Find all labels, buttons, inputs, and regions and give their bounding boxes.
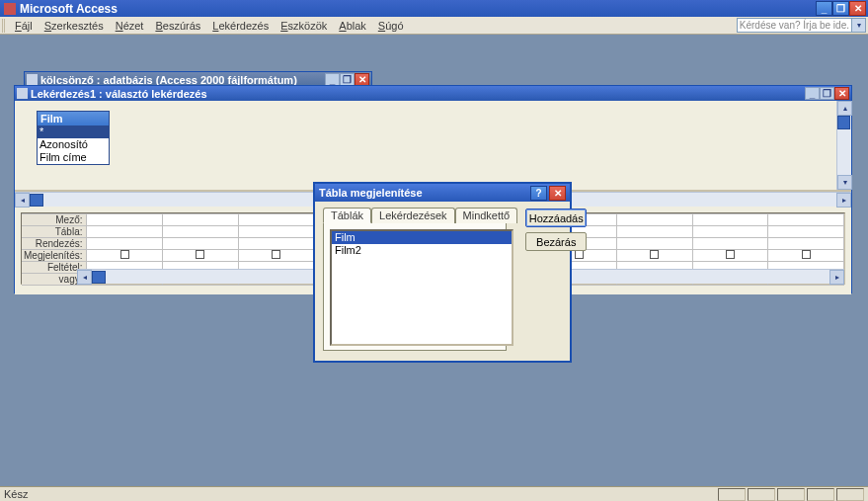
show-checkbox[interactable] xyxy=(768,250,844,262)
status-cell xyxy=(718,488,746,501)
query-icon xyxy=(17,88,28,99)
field-row[interactable]: Azonosító xyxy=(38,138,109,151)
query-window-title[interactable]: Lekérdezés1 : választó lekérdezés _ ❐ ✕ xyxy=(15,86,851,101)
row-header: Tábla: xyxy=(22,226,87,238)
scroll-right-icon[interactable]: ▸ xyxy=(829,270,844,285)
dialog-close-button[interactable]: ✕ xyxy=(549,186,566,201)
show-table-dialog: Tábla megjelenítése ? ✕ Táblák Lekérdezé… xyxy=(313,182,572,363)
scroll-thumb[interactable] xyxy=(837,116,850,129)
menu-view[interactable]: Nézet xyxy=(110,19,150,33)
database-window-title-text: kölcsönző : adatbázis (Access 2000 fájlf… xyxy=(40,74,325,86)
status-cell xyxy=(777,488,805,501)
dialog-tabs: Táblák Lekérdezések Mindkettő xyxy=(323,207,517,222)
app-icon xyxy=(4,3,16,15)
dialog-help-button[interactable]: ? xyxy=(530,186,547,201)
query-minimize-button[interactable]: _ xyxy=(805,87,820,100)
mdi-area: kölcsönző : adatbázis (Access 2000 fájlf… xyxy=(0,35,868,486)
tables-pane[interactable]: Film * Azonosító Film címe ▴ ▾ xyxy=(15,101,851,192)
tables-vscroll[interactable]: ▴ ▾ xyxy=(836,101,851,190)
status-cell xyxy=(748,488,775,501)
field-row[interactable]: * xyxy=(38,125,109,138)
show-checkbox[interactable] xyxy=(238,250,314,262)
menu-edit[interactable]: Szerkesztés xyxy=(39,19,110,33)
menu-window[interactable]: Ablak xyxy=(333,19,372,33)
scroll-left-icon[interactable]: ◂ xyxy=(77,270,92,285)
row-header: Mező: xyxy=(22,214,87,226)
scroll-thumb[interactable] xyxy=(92,271,106,284)
table-listbox[interactable]: Film Film2 xyxy=(330,229,513,346)
status-cell xyxy=(836,488,864,501)
statusbar: Kész xyxy=(0,486,868,501)
scroll-right-icon[interactable]: ▸ xyxy=(836,193,851,208)
restore-button[interactable]: ❐ xyxy=(832,1,849,16)
dialog-titlebar[interactable]: Tábla megjelenítése ? ✕ xyxy=(315,184,570,202)
db-icon xyxy=(27,74,38,85)
query-close-button[interactable]: ✕ xyxy=(834,87,849,100)
field-list-title[interactable]: Film xyxy=(38,112,109,125)
menu-insert[interactable]: Beszúrás xyxy=(149,19,206,33)
close-dialog-button[interactable]: Bezárás xyxy=(525,232,587,251)
scroll-left-icon[interactable]: ◂ xyxy=(15,193,30,208)
help-search-dropdown[interactable]: ▾ xyxy=(852,18,866,33)
menu-file[interactable]: Fájl xyxy=(9,19,39,33)
add-button[interactable]: Hozzáadás xyxy=(525,209,587,227)
app-title: Microsoft Access xyxy=(20,2,816,16)
status-text: Kész xyxy=(4,488,716,500)
scroll-thumb[interactable] xyxy=(30,194,43,207)
help-search-input[interactable]: Kérdése van? Írja be ide. xyxy=(737,18,852,33)
row-header: Rendezés: xyxy=(22,238,87,250)
list-item[interactable]: Film2 xyxy=(332,244,512,257)
show-checkbox[interactable] xyxy=(692,250,768,262)
menu-query[interactable]: Lekérdezés xyxy=(206,19,275,33)
row-header: Megjelenítés: xyxy=(22,250,87,262)
close-button[interactable]: ✕ xyxy=(849,1,866,16)
show-checkbox[interactable] xyxy=(616,250,692,262)
status-cell xyxy=(807,488,834,501)
field-row[interactable]: Film címe xyxy=(38,151,109,164)
database-window[interactable]: kölcsönző : adatbázis (Access 2000 fájlf… xyxy=(24,71,372,86)
show-checkbox[interactable] xyxy=(87,250,163,262)
field-list[interactable]: Film * Azonosító Film címe xyxy=(37,111,110,165)
dialog-title: Tábla megjelenítése xyxy=(319,187,530,199)
grip-icon xyxy=(2,19,6,33)
list-item[interactable]: Film xyxy=(332,231,512,244)
scroll-down-icon[interactable]: ▾ xyxy=(837,175,852,190)
scroll-up-icon[interactable]: ▴ xyxy=(837,101,852,116)
menu-help[interactable]: Súgó xyxy=(372,19,410,33)
app-titlebar: Microsoft Access _ ❐ ✕ xyxy=(0,0,868,17)
menu-tools[interactable]: Eszközök xyxy=(275,19,333,33)
tab-both[interactable]: Mindkettő xyxy=(455,208,518,223)
minimize-button[interactable]: _ xyxy=(816,1,832,16)
query-maximize-button[interactable]: ❐ xyxy=(820,87,834,100)
tab-queries[interactable]: Lekérdezések xyxy=(371,208,455,223)
menubar: Fájl Szerkesztés Nézet Beszúrás Lekérdez… xyxy=(0,17,868,35)
tab-tables[interactable]: Táblák xyxy=(323,208,371,223)
query-window-title-text: Lekérdezés1 : választó lekérdezés xyxy=(31,88,805,100)
show-checkbox[interactable] xyxy=(163,250,239,262)
